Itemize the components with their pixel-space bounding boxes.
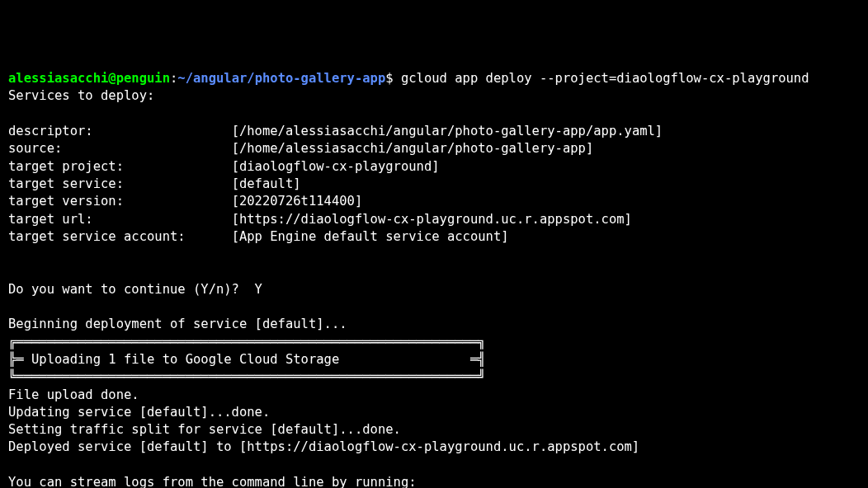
target-version-line: target version: [20220726t114400] xyxy=(8,194,362,209)
prompt-symbol: $ xyxy=(385,71,401,86)
stream-logs-info: You can stream logs from the command lin… xyxy=(8,475,417,488)
beginning-deployment: Beginning deployment of service [default… xyxy=(8,317,347,331)
target-sa-line: target service account: [App Engine defa… xyxy=(8,229,509,244)
target-service-line: target service: [default] xyxy=(8,176,301,191)
terminal-output[interactable]: alessiasacchi@penguin:~/angular/photo-ga… xyxy=(8,70,860,488)
deployed-service: Deployed service [default] to [https://d… xyxy=(8,439,639,454)
continue-prompt: Do you want to continue (Y/n)? Y xyxy=(8,282,262,297)
box-bottom: ╚═══════════════════════════════════════… xyxy=(8,369,486,384)
target-url-line: target url: [https://diaologflow-cx-play… xyxy=(8,212,632,227)
updating-service: Updating service [default]...done. xyxy=(8,405,270,420)
file-upload-done: File upload done. xyxy=(8,387,139,402)
services-header: Services to deploy: xyxy=(8,88,154,103)
box-middle: ╠═ Uploading 1 file to Google Cloud Stor… xyxy=(8,352,486,367)
source-line: source: [/home/alessiasacchi/angular/pho… xyxy=(8,141,593,156)
box-top: ╔═══════════════════════════════════════… xyxy=(8,335,486,350)
prompt-user-host: alessiasacchi@penguin xyxy=(8,71,170,86)
prompt-separator: : xyxy=(170,71,177,86)
command-text: gcloud app deploy --project=diaologflow-… xyxy=(401,71,809,86)
target-project-line: target project: [diaologflow-cx-playgrou… xyxy=(8,159,440,174)
traffic-split: Setting traffic split for service [defau… xyxy=(8,422,401,437)
descriptor-line: descriptor: [/home/alessiasacchi/angular… xyxy=(8,124,663,138)
prompt-path: ~/angular/photo-gallery-app xyxy=(177,71,385,86)
